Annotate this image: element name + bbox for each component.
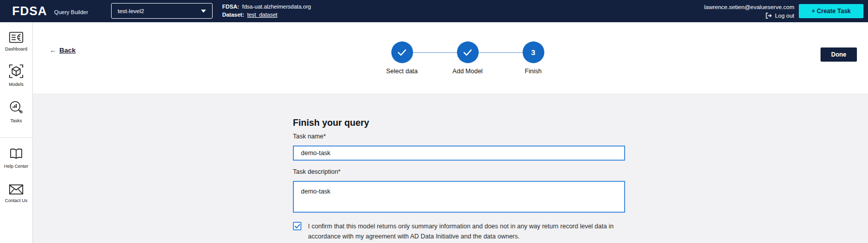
back-arrow-icon: ←: [49, 46, 57, 54]
dashboard-icon: [9, 31, 24, 44]
confirmation-text: I confirm that this model returns only s…: [308, 221, 625, 241]
app-title: Query Builder: [54, 9, 88, 15]
step-label: Add Model: [452, 68, 483, 75]
confirmation-row: I confirm that this model returns only s…: [293, 221, 625, 241]
task-name-label: Task name*: [293, 133, 625, 140]
dataset-label: Dataset:: [222, 11, 244, 19]
step-number: 3: [531, 48, 535, 57]
sidebar-item-label: Dashboard: [5, 46, 27, 52]
task-name-input[interactable]: [293, 145, 625, 161]
page-title: Finish your query: [293, 118, 625, 128]
tasks-icon: [8, 100, 24, 116]
task-description-input[interactable]: demo-task: [293, 181, 625, 213]
check-icon: [294, 224, 300, 229]
models-icon: [8, 63, 24, 79]
fdsa-logo: FDSA: [12, 4, 47, 18]
env-label: FDSA:: [222, 3, 239, 11]
wizard-header: ← Back Select data: [33, 22, 868, 93]
check-icon: [397, 49, 406, 56]
sidebar-item-label: Models: [9, 82, 23, 87]
step-add-model[interactable]: Add Model: [435, 41, 500, 75]
sidebar-item-models[interactable]: Models: [0, 63, 32, 87]
logout-icon: [765, 13, 772, 19]
logout-label: Log out: [775, 12, 794, 20]
sidebar-item-label: Help Center: [4, 164, 28, 169]
check-icon: [463, 49, 472, 56]
logout-button[interactable]: Log out: [765, 12, 794, 20]
finish-panel: Finish your query Task name* Task descri…: [33, 93, 868, 243]
left-sidebar: Dashboard Models: [0, 22, 33, 243]
back-link[interactable]: ← Back: [49, 46, 76, 54]
help-book-icon: [8, 147, 24, 161]
level-select-value: test-level2: [118, 8, 144, 14]
done-button[interactable]: Done: [821, 47, 857, 62]
step-circle-complete: [391, 41, 413, 63]
sidebar-item-help-center[interactable]: Help Center: [0, 147, 32, 169]
sidebar-item-contact-us[interactable]: Contact Us: [0, 183, 32, 203]
step-circle-current: 3: [523, 41, 544, 63]
sidebar-item-label: Tasks: [10, 118, 22, 123]
sidebar-divider: [0, 137, 32, 138]
user-block: lawrence.setien@evalueserve.com Log out: [704, 3, 794, 21]
env-value: fdsa-uat.alzheimersdata.org: [242, 3, 311, 11]
sidebar-item-tasks[interactable]: Tasks: [0, 100, 32, 123]
step-label: Finish: [525, 68, 541, 75]
level-select-dropdown[interactable]: test-level2: [111, 3, 213, 19]
create-task-button[interactable]: + Create Task: [799, 4, 863, 18]
dataset-link[interactable]: test_dataset: [247, 11, 277, 19]
task-description-label: Task description*: [293, 168, 625, 175]
top-navbar: FDSA Query Builder test-level2 FDSA: fds…: [0, 0, 868, 22]
sidebar-item-label: Contact Us: [5, 198, 28, 203]
step-select-data[interactable]: Select data: [369, 41, 435, 75]
finish-form: Finish your query Task name* Task descri…: [293, 118, 625, 241]
sidebar-item-dashboard[interactable]: Dashboard: [0, 31, 32, 52]
query-builder-app: FDSA Query Builder test-level2 FDSA: fds…: [0, 0, 868, 243]
envelope-icon: [8, 183, 24, 196]
step-finish[interactable]: 3 Finish: [500, 41, 566, 75]
wizard-stepper: Select data Add Model 3: [369, 41, 566, 75]
step-circle-complete: [457, 41, 479, 63]
environment-info: FDSA: fdsa-uat.alzheimersdata.org Datase…: [222, 3, 311, 19]
step-label: Select data: [386, 68, 418, 75]
chevron-down-icon: [201, 10, 206, 13]
main-area: ← Back Select data: [33, 22, 868, 243]
confirmation-checkbox[interactable]: [293, 222, 301, 230]
back-label: Back: [60, 46, 76, 54]
user-email: lawrence.setien@evalueserve.com: [704, 3, 794, 11]
